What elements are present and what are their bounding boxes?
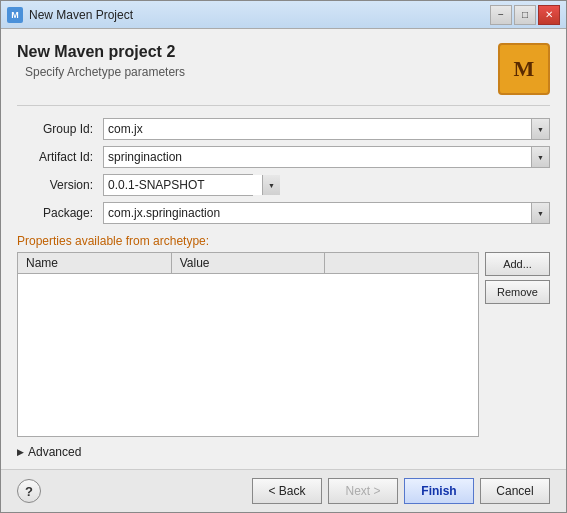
col-value: Value <box>172 253 326 273</box>
package-field[interactable] <box>103 202 550 224</box>
page-title: New Maven project 2 <box>17 43 185 61</box>
window: M New Maven Project − □ ✕ New Maven proj… <box>0 0 567 513</box>
artifact-id-dropdown-arrow[interactable] <box>531 147 549 167</box>
artifact-id-field[interactable] <box>103 146 550 168</box>
version-row: Version: <box>17 174 550 196</box>
footer-buttons: < Back Next > Finish Cancel <box>252 478 550 504</box>
col-name: Name <box>18 253 172 273</box>
properties-label: Properties available from archetype: <box>17 234 550 248</box>
close-button[interactable]: ✕ <box>538 5 560 25</box>
page-subtitle: Specify Archetype parameters <box>25 65 185 79</box>
group-id-row: Group Id: <box>17 118 550 140</box>
properties-buttons: Add... Remove <box>485 252 550 437</box>
header-text: New Maven project 2 Specify Archetype pa… <box>17 43 185 79</box>
properties-area: Name Value Add... Remove <box>17 252 550 437</box>
content: New Maven project 2 Specify Archetype pa… <box>1 29 566 469</box>
version-dropdown-arrow[interactable] <box>262 175 280 195</box>
footer: ? < Back Next > Finish Cancel <box>1 469 566 512</box>
package-label: Package: <box>17 206 99 220</box>
version-label: Version: <box>17 178 99 192</box>
package-input[interactable] <box>104 203 531 223</box>
properties-link-text: from <box>126 234 150 248</box>
cancel-button[interactable]: Cancel <box>480 478 550 504</box>
artifact-id-row: Artifact Id: <box>17 146 550 168</box>
title-controls: − □ ✕ <box>490 5 560 25</box>
version-input[interactable] <box>104 175 262 195</box>
advanced-label: Advanced <box>28 445 81 459</box>
window-icon: M <box>7 7 23 23</box>
add-button[interactable]: Add... <box>485 252 550 276</box>
group-id-input[interactable] <box>104 119 531 139</box>
minimize-button[interactable]: − <box>490 5 512 25</box>
artifact-id-input[interactable] <box>104 147 531 167</box>
advanced-section[interactable]: ▶ Advanced <box>17 445 550 459</box>
group-id-dropdown-arrow[interactable] <box>531 119 549 139</box>
table-header: Name Value <box>18 253 478 274</box>
title-bar-left: M New Maven Project <box>7 7 133 23</box>
header-section: New Maven project 2 Specify Archetype pa… <box>17 43 550 106</box>
version-field[interactable] <box>103 174 253 196</box>
footer-left: ? <box>17 479 41 503</box>
group-id-field[interactable] <box>103 118 550 140</box>
artifact-id-label: Artifact Id: <box>17 150 99 164</box>
finish-button[interactable]: Finish <box>404 478 474 504</box>
form-section: Group Id: Artifact Id: Version: <box>17 118 550 224</box>
next-button[interactable]: Next > <box>328 478 398 504</box>
maven-icon: M <box>498 43 550 95</box>
title-bar: M New Maven Project − □ ✕ <box>1 1 566 29</box>
group-id-label: Group Id: <box>17 122 99 136</box>
back-button[interactable]: < Back <box>252 478 322 504</box>
help-button[interactable]: ? <box>17 479 41 503</box>
remove-button[interactable]: Remove <box>485 280 550 304</box>
properties-table: Name Value <box>17 252 479 437</box>
advanced-arrow-icon: ▶ <box>17 447 24 457</box>
maximize-button[interactable]: □ <box>514 5 536 25</box>
table-body <box>18 274 478 374</box>
package-dropdown-arrow[interactable] <box>531 203 549 223</box>
window-title: New Maven Project <box>29 8 133 22</box>
col-empty <box>325 253 478 273</box>
package-row: Package: <box>17 202 550 224</box>
